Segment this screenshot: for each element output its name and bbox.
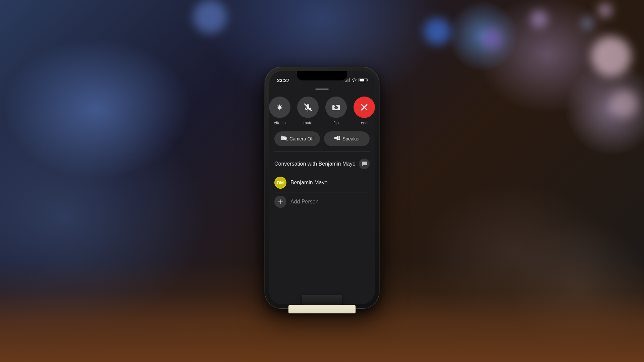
phone-device: 23:27 <box>265 67 379 308</box>
svg-rect-9 <box>281 136 286 140</box>
phone-wrapper: 23:27 <box>265 67 379 295</box>
message-icon <box>361 161 367 167</box>
end-icon <box>360 103 368 111</box>
signal-bar-1 <box>345 81 346 82</box>
end-label: end <box>361 121 368 125</box>
effects-button[interactable]: effects <box>269 97 290 125</box>
svg-rect-6 <box>334 105 336 106</box>
add-person-circle <box>274 196 286 208</box>
bokeh-circle <box>611 90 638 117</box>
effects-button-circle <box>269 97 290 118</box>
mute-label: mute <box>304 121 313 125</box>
add-icon <box>277 199 283 205</box>
battery-fill <box>360 79 364 81</box>
mute-icon <box>303 103 313 112</box>
phone-notch <box>297 71 347 80</box>
effects-icon <box>275 103 284 112</box>
camera-off-label: Camera Off <box>289 136 314 141</box>
speaker-button[interactable]: Speaker <box>324 131 370 146</box>
speaker-label: Speaker <box>342 136 360 141</box>
end-button[interactable]: end <box>354 97 375 125</box>
section-divider <box>274 152 370 152</box>
end-button-circle <box>354 97 375 118</box>
signal-icon <box>345 78 350 82</box>
message-button[interactable] <box>359 159 370 169</box>
contact-name: Benjamin Mayo <box>290 180 327 186</box>
flip-label: flip <box>333 121 338 125</box>
contact-avatar: BM <box>274 177 286 189</box>
bokeh-circle <box>482 29 502 49</box>
mute-button[interactable]: mute <box>297 97 319 125</box>
bokeh-circle <box>193 0 227 34</box>
flip-button-circle <box>325 97 347 118</box>
add-person-row[interactable]: Add Person <box>274 192 370 211</box>
bokeh-circle <box>591 36 631 76</box>
signal-bar-3 <box>347 79 348 82</box>
avatar-initials: BM <box>277 180 284 185</box>
status-icons <box>345 78 367 82</box>
signal-bar-4 <box>349 78 350 82</box>
flip-button[interactable]: flip <box>325 97 347 125</box>
phone-stand <box>302 295 342 305</box>
conversation-header: Conversation with Benjamin Mayo <box>274 153 370 173</box>
wide-buttons-row: Camera Off Speaker <box>274 131 370 146</box>
mute-button-circle <box>297 97 319 118</box>
flip-icon <box>331 103 341 112</box>
status-time: 23:27 <box>277 77 289 83</box>
svg-marker-11 <box>334 136 338 140</box>
call-interface: effects mute <box>269 90 375 211</box>
call-buttons-row: effects mute <box>274 90 370 129</box>
bokeh-circle <box>424 18 451 45</box>
wifi-icon <box>352 78 357 82</box>
effects-label: effects <box>274 121 285 125</box>
speaker-icon <box>334 135 340 142</box>
add-person-label: Add Person <box>290 199 319 205</box>
bokeh-circle <box>598 4 612 17</box>
conversation-title: Conversation with Benjamin Mayo <box>274 161 356 167</box>
contact-row: BM Benjamin Mayo <box>274 173 370 192</box>
signal-bar-2 <box>346 80 347 82</box>
camera-off-icon <box>281 135 287 142</box>
svg-point-5 <box>335 107 337 109</box>
phone-packaging <box>288 305 356 313</box>
phone-screen: 23:27 <box>269 71 375 304</box>
camera-off-button[interactable]: Camera Off <box>274 131 320 146</box>
battery-icon <box>359 78 367 82</box>
